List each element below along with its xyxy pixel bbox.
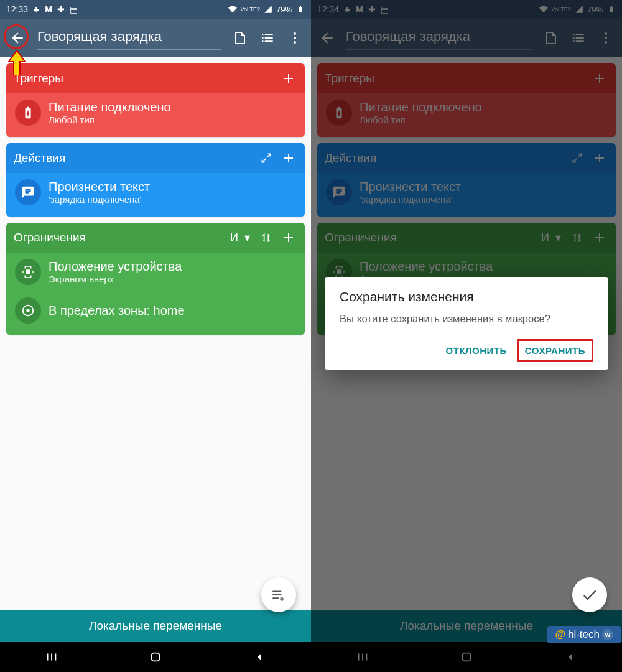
local-variables-label: Локальные переменные — [89, 619, 222, 633]
constraint-item[interactable]: В пределах зоны: home — [11, 294, 300, 327]
add-trigger-button[interactable] — [280, 70, 297, 87]
annotation-circle — [4, 24, 29, 49]
status-icon: ♣ — [32, 5, 40, 14]
android-nav-bar — [0, 642, 311, 672]
svg-rect-7 — [55, 654, 57, 661]
svg-point-2 — [294, 41, 296, 44]
constraint-item[interactable]: Положение устройства Экраном вверх — [11, 255, 300, 289]
constraints-logic-dropdown[interactable]: И ▾ — [230, 231, 250, 245]
status-icon: M — [44, 5, 53, 14]
add-constraint-button[interactable] — [280, 229, 297, 246]
actions-section: Действия Произнести те — [6, 143, 305, 217]
speech-icon — [15, 179, 41, 205]
constraint-item-subtitle: Экраном вверх — [49, 274, 182, 284]
nav-home-button[interactable] — [147, 649, 164, 665]
constraints-section: Ограничения И ▾ Положе — [6, 223, 305, 335]
status-icon: ▤ — [69, 5, 78, 14]
nav-back-button[interactable] — [251, 649, 267, 665]
description-button[interactable] — [229, 27, 251, 49]
expand-actions-button[interactable] — [258, 149, 275, 167]
action-item-subtitle: 'зарядка подключена' — [49, 194, 150, 205]
watermark: @hi-tech w — [547, 626, 621, 643]
actions-title: Действия — [14, 151, 65, 165]
trigger-item[interactable]: Питание подключено Любой тип — [11, 96, 300, 129]
svg-point-4 — [26, 309, 30, 312]
constraints-title: Ограничения — [14, 231, 86, 245]
fab-confirm-button[interactable] — [572, 577, 607, 612]
geofence-icon — [15, 297, 41, 324]
status-icon: ✚ — [57, 5, 65, 14]
overflow-menu-button[interactable] — [284, 27, 306, 49]
nav-recents-button[interactable] — [44, 649, 60, 665]
status-battery-pct: 79% — [276, 5, 292, 14]
constraint-item-title: В пределах зоны: home — [49, 304, 185, 318]
status-network-label: VoLTE2 — [241, 7, 260, 12]
annotation-arrow-icon — [6, 50, 27, 75]
macro-title-input[interactable]: Говорящая зарядка — [37, 26, 221, 50]
local-variables-bar[interactable]: Локальные переменные — [0, 610, 311, 642]
triggers-section: Триггеры Питание подключено Любой тип — [6, 63, 305, 137]
svg-point-1 — [294, 37, 296, 39]
save-changes-dialog: Сохранить изменения Вы хотите сохранить … — [325, 277, 608, 370]
dialog-reject-button[interactable]: ОТКЛОНИТЬ — [439, 339, 514, 362]
phone-screenshot-right: 12:34 ♣ M ✚ ▤ VoLTE2 79% Говорящая заряд… — [311, 0, 622, 672]
list-button[interactable] — [256, 27, 279, 49]
orientation-icon — [15, 259, 41, 285]
trigger-item-title: Питание подключено — [49, 100, 171, 114]
svg-rect-8 — [152, 653, 160, 661]
app-bar: Говорящая зарядка — [0, 19, 311, 57]
action-item[interactable]: Произнести текст 'зарядка подключена' — [11, 175, 300, 209]
signal-icon — [264, 5, 272, 14]
dialog-title: Сохранить изменения — [340, 289, 593, 304]
vk-icon: w — [602, 629, 613, 640]
macro-content: Триггеры Питание подключено Любой тип — [0, 57, 311, 610]
constraint-item-title: Положение устройства — [49, 259, 182, 274]
status-time: 12:33 — [6, 4, 28, 14]
svg-rect-5 — [47, 654, 49, 661]
battery-charging-icon — [15, 100, 41, 126]
svg-rect-6 — [51, 654, 52, 661]
svg-point-0 — [294, 32, 296, 35]
trigger-item-subtitle: Любой тип — [49, 114, 171, 125]
reorder-constraints-button[interactable] — [258, 229, 275, 246]
status-bar: 12:33 ♣ M ✚ ▤ VoLTE2 79% — [0, 0, 311, 19]
fab-add-button[interactable] — [261, 577, 296, 612]
battery-icon — [296, 5, 305, 14]
phone-screenshot-left: 12:33 ♣ M ✚ ▤ VoLTE2 79% — [0, 0, 311, 672]
dialog-message: Вы хотите сохранить изменения в макросе? — [340, 312, 593, 325]
add-action-button[interactable] — [280, 149, 297, 167]
dialog-save-button[interactable]: СОХРАНИТЬ — [517, 339, 593, 362]
action-item-title: Произнести текст — [49, 180, 150, 194]
wifi-icon — [228, 5, 237, 14]
